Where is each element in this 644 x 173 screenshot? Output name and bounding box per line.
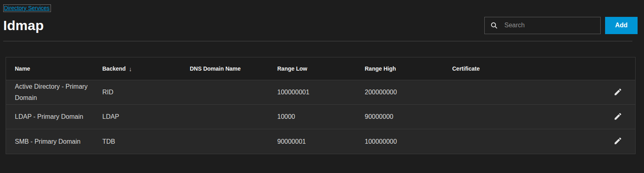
cell-range-high: 200000000 <box>365 87 452 98</box>
cell-name: SMB - Primary Domain <box>15 136 102 147</box>
header-divider <box>3 41 632 41</box>
edit-row-button[interactable] <box>612 135 624 148</box>
cell-range-low: 100000001 <box>277 87 365 98</box>
cell-range-high: 90000000 <box>365 111 452 122</box>
column-header-range-low[interactable]: Range Low <box>277 65 365 72</box>
pencil-edit-icon <box>614 136 622 147</box>
table-header-row: Name Backend ↓ DNS Domain Name Range Low… <box>6 57 635 80</box>
header-controls: Add <box>484 17 638 34</box>
breadcrumb-link-directory-services[interactable]: Directory Services <box>3 4 51 12</box>
cell-name: Active Directory - Primary Domain <box>15 81 102 104</box>
sort-descending-icon: ↓ <box>129 65 132 72</box>
breadcrumb: Directory Services <box>3 4 638 14</box>
edit-row-button[interactable] <box>612 110 624 124</box>
search-icon <box>490 22 498 29</box>
cell-backend: RID <box>102 87 190 98</box>
column-header-range-high[interactable]: Range High <box>365 65 452 72</box>
cell-name: LDAP - Primary Domain <box>15 111 102 122</box>
column-header-name[interactable]: Name <box>15 65 102 72</box>
search-box[interactable] <box>484 17 601 34</box>
table-row: Active Directory - Primary Domain RID 10… <box>6 80 635 105</box>
pencil-edit-icon <box>614 112 622 122</box>
cell-backend: TDB <box>102 136 190 147</box>
table-row: SMB - Primary Domain TDB 90000001 100000… <box>6 129 635 154</box>
column-header-dns-domain-name[interactable]: DNS Domain Name <box>190 65 277 72</box>
cell-range-high: 100000000 <box>365 136 452 147</box>
table-row: LDAP - Primary Domain LDAP 10000 9000000… <box>6 105 635 129</box>
column-header-certificate[interactable]: Certificate <box>452 65 540 72</box>
page-title: Idmap <box>3 18 44 33</box>
page-header: Directory Services Idmap Add <box>0 0 644 41</box>
cell-range-low: 90000001 <box>277 136 365 147</box>
cell-range-low: 10000 <box>277 111 365 122</box>
idmap-page: Directory Services Idmap Add <box>0 0 644 173</box>
search-input[interactable] <box>504 22 595 29</box>
column-header-backend[interactable]: Backend ↓ <box>102 65 190 72</box>
add-button[interactable]: Add <box>605 17 638 34</box>
cell-backend: LDAP <box>102 111 190 122</box>
edit-row-button[interactable] <box>612 86 624 99</box>
idmap-table: Name Backend ↓ DNS Domain Name Range Low… <box>6 57 636 154</box>
pencil-edit-icon <box>614 88 622 98</box>
